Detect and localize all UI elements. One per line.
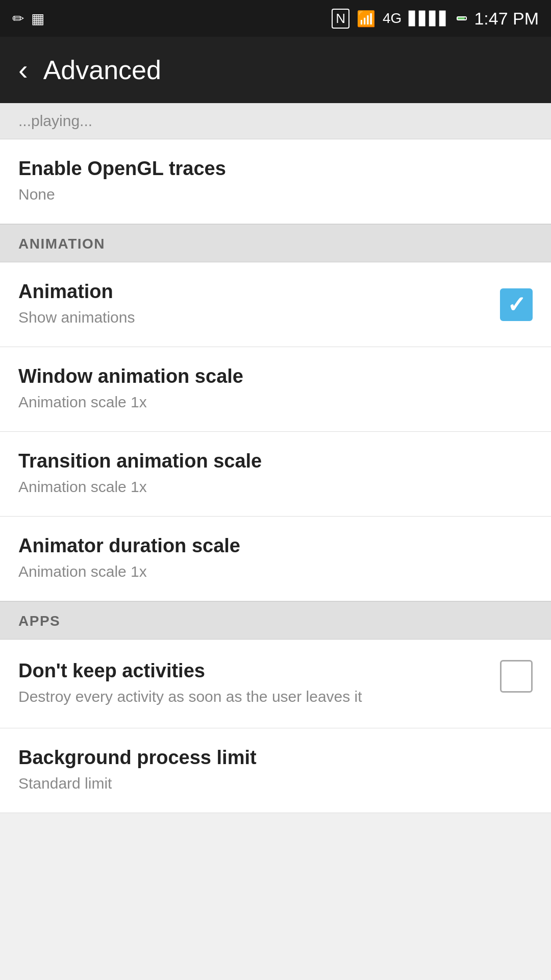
setting-content-animator-duration-scale: Animator duration scale Animation scale … [18,535,533,582]
setting-row-animator-duration-scale[interactable]: Animator duration scale Animation scale … [0,517,551,601]
setting-subtitle-window-animation-scale: Animation scale 1x [18,391,533,413]
animation-checkbox[interactable] [500,288,533,321]
page-title: Advanced [43,55,161,85]
section-header-apps-label: APPS [18,613,60,629]
status-right-icons: N 📶 4G ▋▋▋▋ 1:47 PM [332,9,539,29]
setting-subtitle-dont-keep-activities: Destroy every activity as soon as the us… [18,686,488,707]
setting-title-enable-opengl-traces: Enable OpenGL traces [18,158,533,180]
setting-content-window-animation-scale: Window animation scale Animation scale 1… [18,365,533,413]
setting-subtitle-animation: Show animations [18,307,488,328]
setting-title-window-animation-scale: Window animation scale [18,365,533,387]
setting-title-background-process-limit: Background process limit [18,747,533,769]
setting-content-dont-keep-activities: Don't keep activities Destroy every acti… [18,660,488,707]
dont-keep-activities-checkbox[interactable] [500,660,533,693]
setting-content-animation: Animation Show animations [18,281,488,328]
wifi-icon: 📶 [357,10,375,28]
section-header-animation-label: ANIMATION [18,236,105,252]
scrolled-hint: ...playing... [0,103,551,139]
settings-list: Enable OpenGL traces None ANIMATION Anim… [0,139,551,813]
setting-subtitle-transition-animation-scale: Animation scale 1x [18,476,533,498]
top-bar: ‹ Advanced [0,37,551,103]
status-time: 1:47 PM [474,9,539,29]
setting-row-animation[interactable]: Animation Show animations [0,262,551,347]
battery-icon [457,16,467,20]
section-header-animation: ANIMATION [0,224,551,262]
layers-icon: ▦ [31,10,44,27]
setting-title-dont-keep-activities: Don't keep activities [18,660,488,682]
back-button[interactable]: ‹ [18,56,28,84]
network-icon: 4G [383,10,402,27]
section-header-apps: APPS [0,601,551,640]
status-left-icons: ✏ ▦ [12,10,44,27]
setting-row-window-animation-scale[interactable]: Window animation scale Animation scale 1… [0,347,551,432]
setting-row-background-process-limit[interactable]: Background process limit Standard limit [0,728,551,813]
setting-subtitle-background-process-limit: Standard limit [18,773,533,794]
setting-content-background-process-limit: Background process limit Standard limit [18,747,533,794]
nfc-icon: N [332,9,349,29]
setting-subtitle-enable-opengl-traces: None [18,184,533,205]
setting-row-dont-keep-activities[interactable]: Don't keep activities Destroy every acti… [0,640,551,728]
setting-row-enable-opengl-traces[interactable]: Enable OpenGL traces None [0,139,551,224]
setting-row-transition-animation-scale[interactable]: Transition animation scale Animation sca… [0,432,551,517]
setting-content-enable-opengl-traces: Enable OpenGL traces None [18,158,533,205]
setting-title-transition-animation-scale: Transition animation scale [18,450,533,472]
status-bar: ✏ ▦ N 📶 4G ▋▋▋▋ 1:47 PM [0,0,551,37]
setting-content-transition-animation-scale: Transition animation scale Animation sca… [18,450,533,498]
setting-title-animator-duration-scale: Animator duration scale [18,535,533,557]
signal-icon: ▋▋▋▋ [409,11,449,27]
setting-title-animation: Animation [18,281,488,303]
edit-icon: ✏ [12,10,24,27]
setting-subtitle-animator-duration-scale: Animation scale 1x [18,561,533,582]
